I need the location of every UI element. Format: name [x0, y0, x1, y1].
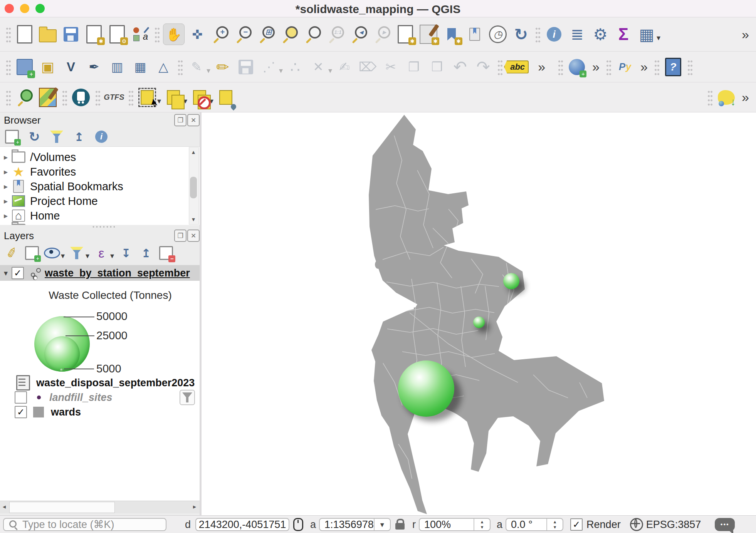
mouse-position-icon[interactable] [293, 518, 303, 531]
toolbar-grip[interactable] [177, 59, 183, 75]
toolbar-grip[interactable] [497, 59, 502, 75]
select-by-value-button[interactable] [163, 87, 184, 108]
spin-up-arrow[interactable]: ▴ [554, 519, 556, 525]
toolbar-grip[interactable] [128, 89, 133, 106]
new-project-button[interactable] [14, 24, 35, 45]
expand-arrow-icon[interactable]: ▸ [0, 182, 12, 191]
digitize-with-segment-button[interactable]: ⋰ [259, 57, 279, 77]
open-project-button[interactable] [37, 24, 58, 45]
paste-features-button[interactable]: ❒ [427, 57, 447, 77]
layer-row-landfill-sites[interactable]: landfill_sites [0, 390, 200, 405]
remove-layer-button[interactable] [158, 245, 174, 261]
pan-to-selection-button[interactable]: ✜ [187, 24, 208, 45]
label-toolbar-button[interactable]: abc [506, 57, 527, 77]
browser-vertical-scrollbar[interactable]: ▴ ▾ [189, 147, 199, 225]
undo-button[interactable]: ↶ [450, 57, 470, 77]
identify-features-button[interactable]: i [544, 24, 564, 45]
open-attribute-table-button[interactable]: ▦ [636, 24, 657, 45]
filter-legend-button[interactable] [69, 245, 85, 261]
scroll-right-arrow[interactable]: ▸ [190, 502, 199, 511]
layers-horizontal-scrollbar[interactable]: ◂ ▸ [0, 501, 200, 513]
magnifier-spinbox[interactable]: 100% ▴ ▾ [419, 518, 491, 531]
plugins-overflow[interactable]: » [742, 90, 749, 105]
temporal-controller-button[interactable]: ◷ [487, 24, 508, 45]
data-source-manager-button[interactable] [14, 57, 35, 77]
new-annotation-layer-button[interactable]: ✒ [84, 57, 104, 77]
zoom-full-extent-button[interactable]: ⊞ [256, 24, 277, 45]
rotation-spin-buttons[interactable]: ▴ ▾ [546, 519, 563, 530]
zoom-to-layer-button[interactable] [302, 24, 323, 45]
rotation-spinbox[interactable]: 0.0 ° ▴ ▾ [506, 518, 563, 531]
new-print-layout-button[interactable]: ✱ [84, 24, 104, 45]
locator-search[interactable] [3, 518, 166, 531]
python-overflow[interactable]: » [640, 59, 648, 74]
zoom-in-button[interactable]: + [210, 24, 231, 45]
show-spatial-bookmarks-button[interactable] [464, 24, 485, 45]
zoom-out-button[interactable]: − [233, 24, 254, 45]
web-overflow[interactable]: » [592, 59, 600, 74]
toolbar-grip[interactable] [558, 59, 563, 75]
toolbar-grip[interactable] [707, 89, 712, 106]
magnifier-spin-buttons[interactable]: ▴ ▾ [474, 519, 490, 530]
toolbar-grip[interactable] [535, 26, 540, 43]
collapse-all-button[interactable]: ↥ [138, 245, 154, 261]
browser-item-favorites[interactable]: ▸ ★ Favorites [0, 164, 189, 179]
new-mesh-layer-button[interactable]: △ [153, 57, 174, 77]
add-selected-layers-button[interactable] [4, 129, 20, 145]
filter-expression-dropdown[interactable]: ▾ [110, 251, 114, 260]
toolbar-grip[interactable] [654, 59, 659, 75]
new-spatial-bookmark-button[interactable]: ✱ [441, 24, 462, 45]
scroll-down-arrow[interactable]: ▾ [189, 215, 198, 224]
scale-lock-icon[interactable] [395, 523, 405, 530]
cut-features-button[interactable]: ✂ [380, 57, 401, 77]
scroll-left-arrow[interactable]: ◂ [0, 502, 8, 511]
collapse-browser-button[interactable]: ↥ [71, 129, 87, 145]
select-features-button[interactable]: ➤ [137, 87, 158, 108]
refresh-browser-button[interactable]: ↻ [26, 129, 42, 145]
current-edits-dropdown[interactable]: ▾ [207, 66, 210, 75]
scrollbar-thumb[interactable] [9, 502, 115, 513]
vertex-tool-dropdown[interactable]: ▾ [328, 66, 332, 75]
quickosm-plugin-button[interactable] [716, 87, 737, 108]
add-group-button[interactable] [24, 245, 40, 261]
web-menu-button[interactable] [566, 57, 587, 77]
browser-float-button[interactable]: ❐ [174, 114, 186, 126]
scale-combobox[interactable]: 1:1356978 ▾ [319, 518, 391, 531]
modify-attributes-button[interactable]: ✍ [334, 57, 355, 77]
toolbar-grip[interactable] [5, 59, 11, 75]
add-feature-button[interactable]: ∴ [285, 57, 306, 77]
expand-all-button[interactable]: ↧ [118, 245, 134, 261]
browser-item-project-home[interactable]: ▸ Project Home [0, 194, 189, 208]
digitize-dropdown[interactable]: ▾ [279, 66, 283, 75]
collapse-arrow-icon[interactable]: ▾ [0, 268, 12, 278]
expand-arrow-icon[interactable]: ▸ [0, 211, 12, 220]
layer-checkbox[interactable]: ✓ [12, 267, 24, 279]
open-layer-styling-button[interactable]: ✐ [2, 243, 22, 263]
spin-down-arrow[interactable]: ▾ [481, 525, 484, 530]
options-button[interactable]: ⚙ [590, 24, 611, 45]
label-toolbar-overflow[interactable]: » [538, 59, 545, 74]
toolbar-grip[interactable] [687, 59, 692, 75]
toolbar-overflow-chevron[interactable]: » [742, 27, 749, 42]
expand-arrow-icon[interactable]: ▸ [0, 167, 12, 176]
expand-arrow-icon[interactable]: ▸ [0, 196, 12, 206]
zoom-next-button[interactable]: ▸ [372, 24, 393, 45]
messages-button[interactable]: ••• [715, 518, 735, 531]
show-statistics-button[interactable]: Σ [613, 24, 634, 45]
browser-properties-button[interactable]: i [93, 129, 109, 145]
render-checkbox[interactable]: ✓ [570, 518, 583, 531]
python-console-button[interactable]: Py [615, 57, 635, 77]
locate-input[interactable] [22, 518, 161, 531]
save-layer-edits-button[interactable] [235, 57, 256, 77]
filter-browser-button[interactable] [49, 129, 65, 145]
zoom-native-button[interactable]: 1:1 [326, 24, 346, 45]
browser-item-volumes[interactable]: ▸ /Volumes [0, 150, 189, 164]
browser-close-button[interactable]: ✕ [187, 114, 200, 126]
layer-row-waste-by-station[interactable]: ▾ ✓ waste_by_station_september [0, 265, 200, 281]
layers-close-button[interactable]: ✕ [187, 230, 200, 242]
map-canvas[interactable] [202, 112, 756, 515]
transit-plugin-button[interactable] [71, 87, 91, 108]
filter-by-expression-button[interactable]: ε [93, 245, 109, 261]
toolbar-grip[interactable] [5, 89, 11, 106]
layer-filter-indicator[interactable] [180, 390, 195, 405]
